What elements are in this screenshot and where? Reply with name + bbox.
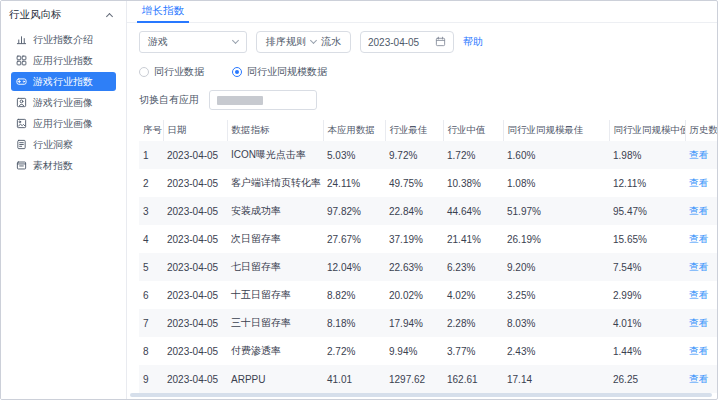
sidebar-header[interactable]: 行业风向标 [1,1,126,27]
tab-bar: 增长指数 [127,1,717,23]
table-cell: 2023-04-05 [163,169,227,197]
table-row: 52023-04-05七日留存率12.04%22.63%6.23%9.20%7.… [139,253,717,281]
sort-rule-label: 排序规则 [266,35,306,49]
sort-rule-select[interactable]: 排序规则 流水 [256,31,351,53]
view-history-link[interactable]: 查看 [689,373,708,384]
radio-selected-icon [232,67,242,77]
table-cell: 8.03% [503,309,609,337]
sidebar-item[interactable]: 应用行业指数 [11,51,116,70]
table-cell-actions: 查看 [685,141,717,169]
radio-label: 同行业同规模数据 [247,65,327,79]
table-cell: 95.47% [609,197,685,225]
table-cell: 5.03% [323,141,385,169]
table-cell: 1.44% [609,337,685,365]
view-history-link[interactable]: 查看 [689,345,708,356]
table-row: 72023-04-05三十日留存率8.18%17.94%2.28%8.03%4.… [139,309,717,337]
sidebar-item-label: 应用行业指数 [33,54,93,68]
table-cell: 22.84% [385,197,443,225]
table-cell: 7.54% [609,253,685,281]
col-header: 序号 [139,120,163,141]
table-cell-actions: 查看 [685,225,717,253]
table-cell: 2023-04-05 [163,281,227,309]
table-cell: 26.25 [609,365,685,393]
table-cell: 8.18% [323,309,385,337]
game-portrait-icon [16,97,27,108]
table-cell: ARPPU [227,365,323,393]
insight-icon [16,139,27,150]
table-cell: 10.38% [443,169,503,197]
table-cell: 49.75% [385,169,443,197]
sidebar-item-label: 素材指数 [33,159,73,173]
col-header: 日期 [163,120,227,141]
horizontal-scrollbar[interactable] [130,393,712,397]
table-cell: 162.61 [443,365,503,393]
app-window: 行业风向标 行业指数介绍应用行业指数游戏行业指数游戏行业画像应用行业画像行业洞察… [0,0,718,400]
view-history-link[interactable]: 查看 [689,205,708,216]
table-cell: 26.19% [503,225,609,253]
sidebar-item-label: 行业洞察 [33,138,73,152]
table-cell: 七日留存率 [227,253,323,281]
table-cell: 3.77% [443,337,503,365]
sidebar-item[interactable]: 游戏行业画像 [11,93,116,112]
sidebar-item-label: 行业指数介绍 [33,33,93,47]
date-picker[interactable]: 2023-04-05 [360,31,454,53]
table-cell: 20.02% [385,281,443,309]
help-link[interactable]: 帮助 [463,35,483,49]
chevron-up-icon[interactable] [106,12,113,19]
view-history-link[interactable]: 查看 [689,317,708,328]
view-history-link[interactable]: 查看 [689,233,708,244]
sidebar-item[interactable]: 行业洞察 [11,135,116,154]
category-select-value: 游戏 [148,35,168,49]
table-cell: 4.02% [443,281,503,309]
app-portrait-icon [16,118,27,129]
data-scope-radios: 同行业数据 同行业同规模数据 [139,65,717,79]
table-cell: 2.72% [323,337,385,365]
table-cell: 2023-04-05 [163,197,227,225]
sidebar-item[interactable]: 应用行业画像 [11,114,116,133]
view-history-link[interactable]: 查看 [689,261,708,272]
switch-app-label: 切换自有应用 [139,93,199,107]
chevron-down-icon [310,37,317,44]
content-area: 游戏 排序规则 流水 2023-04-05 帮助 [127,23,717,399]
radio-industry-data[interactable]: 同行业数据 [139,65,204,79]
table-cell-actions: 查看 [685,197,717,225]
table-cell: 十五日留存率 [227,281,323,309]
view-history-link[interactable]: 查看 [689,177,708,188]
radio-same-scale-data[interactable]: 同行业同规模数据 [232,65,327,79]
table-cell: 1.60% [503,141,609,169]
col-header: 行业最佳 [385,120,443,141]
tab-growth-index[interactable]: 增长指数 [137,1,189,23]
table-row: 32023-04-05安装成功率97.82%22.84%44.64%51.97%… [139,197,717,225]
table-cell: 2.43% [503,337,609,365]
sidebar-item-label: 游戏行业画像 [33,96,93,110]
col-header: 数据指标 [227,120,323,141]
app-select-input[interactable] [209,90,317,110]
table-cell: 4 [139,225,163,253]
view-history-link[interactable]: 查看 [689,149,708,160]
app-grid-icon [16,55,27,66]
table-cell: 27.67% [323,225,385,253]
table-cell-actions: 查看 [685,169,717,197]
col-header: 行业中值 [443,120,503,141]
sidebar-item[interactable]: 素材指数 [11,156,116,175]
table-cell: 9.94% [385,337,443,365]
table-cell: 3.25% [503,281,609,309]
table-cell: 2023-04-05 [163,253,227,281]
table-cell: 三十日留存率 [227,309,323,337]
table-cell: 6.23% [443,253,503,281]
sidebar-title: 行业风向标 [9,8,62,22]
table-cell: 2023-04-05 [163,225,227,253]
table-cell-actions: 查看 [685,309,717,337]
table-cell: 9 [139,365,163,393]
sidebar-item[interactable]: 行业指数介绍 [11,30,116,49]
col-header: 同行业同规模中值 [609,120,685,141]
sidebar-item[interactable]: 游戏行业指数 [11,72,116,91]
category-select[interactable]: 游戏 [139,31,247,53]
table-cell: 12.11% [609,169,685,197]
table-cell: 21.41% [443,225,503,253]
view-history-link[interactable]: 查看 [689,289,708,300]
table-cell: 2 [139,169,163,197]
sidebar: 行业风向标 行业指数介绍应用行业指数游戏行业指数游戏行业画像应用行业画像行业洞察… [1,1,127,399]
table-cell-actions: 查看 [685,365,717,393]
table-cell-actions: 查看 [685,337,717,365]
